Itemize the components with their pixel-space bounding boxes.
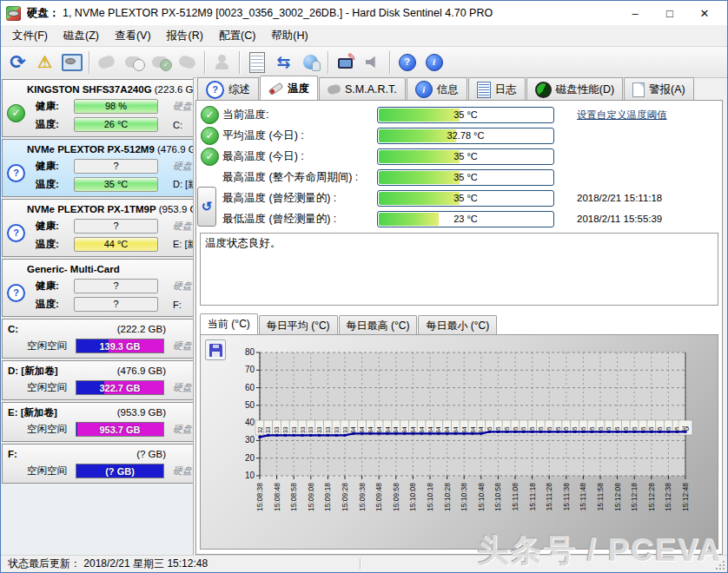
sidebar-partition-1[interactable]: D: [新加卷](476.9 GB)空闲空间322.7 GB硬盘 <box>2 360 194 400</box>
row-label: 最高温度 (今日) : <box>222 149 377 164</box>
log-icon <box>477 82 491 98</box>
toolbar-button-speaker[interactable] <box>359 49 386 75</box>
refresh-icon: ⟳ <box>10 53 25 72</box>
sidebar-partition-2[interactable]: E: [新加卷](953.9 GB)空闲空间953.7 GB硬盘 <box>2 402 194 442</box>
app-window: 硬盘： 1, NVMe PLEXTOR PX-512M9 [0023_0356_… <box>0 0 728 573</box>
save-chart-button[interactable] <box>205 339 226 360</box>
menu-item-1[interactable]: 磁盘(Z) <box>56 26 107 46</box>
toolbar-button-surface-warning[interactable]: ⚠ <box>31 49 58 75</box>
chart-tab-1[interactable]: 每日平均 (°C) <box>259 315 338 334</box>
toolbar-separator <box>328 51 328 74</box>
toolbar-button-info-balloon[interactable]: i <box>420 49 447 75</box>
reset-history-button[interactable]: ↺ <box>197 187 216 227</box>
svg-text:34: 34 <box>410 426 416 433</box>
tab-日志[interactable]: 日志 <box>468 77 526 100</box>
alert-page-icon <box>632 82 645 97</box>
computer-pen-icon: ✎ <box>338 58 353 69</box>
menu-item-4[interactable]: 配置(C) <box>211 26 263 46</box>
sidebar-disk-3[interactable]: ?Generic- Multi-Card 健康:?硬盘温度:?F: <box>2 259 194 317</box>
row-temp-bar: 32.78 °C <box>377 128 554 144</box>
resize-grip[interactable] <box>715 560 725 570</box>
svg-text:15:09:38: 15:09:38 <box>358 483 367 511</box>
svg-text:33: 33 <box>291 426 297 433</box>
svg-text:15:10:48: 15:10:48 <box>477 483 486 511</box>
svg-text:15:09:28: 15:09:28 <box>341 483 349 511</box>
temperature-status-box: 温度状态良好。 <box>200 233 718 306</box>
toolbar-button-disk-window[interactable] <box>58 49 85 75</box>
temperature-row-0: ✓当前温度:35 °C设置自定义温度阈值 <box>199 104 719 125</box>
toolbar-button-computer-pen[interactable]: ✎ <box>332 49 359 75</box>
menu-item-5[interactable]: 帮助(H) <box>263 26 315 46</box>
row-label: 最高温度 (整个寿命周期间) : <box>222 170 377 185</box>
tab-温度[interactable]: 温度 <box>260 76 318 100</box>
tab-S.M.A.R.T.[interactable]: S.M.A.R.T. <box>319 77 406 100</box>
sidebar-partition-3[interactable]: F:(? GB)空闲空间(? GB)硬盘 <box>2 444 194 484</box>
tab-磁盘性能(D)[interactable]: 磁盘性能(D) <box>526 77 623 100</box>
disk-status-icon: ? <box>7 284 25 302</box>
tab-综述[interactable]: ?综述 <box>197 77 259 100</box>
toolbar-separator <box>204 51 205 74</box>
svg-text:15:12:48: 15:12:48 <box>681 483 690 511</box>
temp-bar: ? <box>74 297 158 312</box>
disk-title: NVMe PLEXTOR PX-512M9 (476.9 GB) <box>3 142 194 157</box>
free-space-value: (? GB) <box>76 464 163 478</box>
svg-text:33: 33 <box>316 426 322 433</box>
health-label: 健康: <box>36 280 74 293</box>
svg-text:15:08:58: 15:08:58 <box>289 483 298 511</box>
row-right: 2018/2/21 15:11:18 <box>577 193 662 203</box>
toolbar-button-help[interactable]: ? <box>394 49 420 75</box>
disk-title: Generic- Multi-Card <box>3 261 194 277</box>
smart-icon <box>327 84 341 96</box>
partition-size: (476.9 GB) <box>117 363 166 379</box>
svg-text:20: 20 <box>245 453 255 463</box>
tab-label: 日志 <box>495 82 517 97</box>
window-controls: – □ ✕ <box>618 2 722 24</box>
chart-tab-3[interactable]: 每日最小 (°C) <box>418 315 497 334</box>
partition-name: C: <box>8 321 18 337</box>
svg-text:34: 34 <box>470 426 476 433</box>
partition-name: D: [新加卷] <box>8 363 58 379</box>
partition-title: D: [新加卷](476.9 GB) <box>3 363 169 379</box>
menu-item-2[interactable]: 查看(V) <box>107 26 159 46</box>
tab-信息[interactable]: i信息 <box>407 77 467 100</box>
disk-column-label: 硬盘 <box>173 160 192 173</box>
svg-text:33: 33 <box>334 426 340 433</box>
menu-item-3[interactable]: 报告(R) <box>159 26 211 46</box>
toolbar-button-user <box>208 49 235 75</box>
toolbar-button-globe-user[interactable] <box>297 49 324 75</box>
row-label: 当前温度: <box>222 108 377 122</box>
close-button[interactable]: ✕ <box>687 2 722 24</box>
free-space-label: 空闲空间 <box>27 423 76 436</box>
partition-title: C:(222.2 GB) <box>3 321 169 337</box>
svg-text:34: 34 <box>419 426 425 433</box>
tab-警报(A)[interactable]: 警报(A) <box>624 77 694 100</box>
temperature-chart: 102030405060708015:08:3815:08:4815:08:58… <box>227 337 718 552</box>
free-space-bar: 139.3 GB <box>76 339 164 353</box>
toolbar-button-refresh[interactable]: ⟳ <box>4 49 31 75</box>
menu-item-0[interactable]: 文件(F) <box>4 26 56 46</box>
chart-tab-0[interactable]: 当前 (°C) <box>200 313 258 334</box>
maximize-button[interactable]: □ <box>652 2 687 24</box>
chart-tab-2[interactable]: 每日最高 (°C) <box>339 315 418 334</box>
toolbar-button-tool-spray-right <box>174 49 201 75</box>
svg-text:34: 34 <box>401 426 407 433</box>
disk-name: NVMe PLEXTOR PX-512M9 <box>27 144 157 155</box>
toolbar-button-report[interactable] <box>243 49 270 75</box>
check-icon: ✓ <box>201 148 219 166</box>
sidebar-disk-1[interactable]: ?NVMe PLEXTOR PX-512M9 (476.9 GB)健康:?硬盘温… <box>2 139 194 197</box>
health-bar: ? <box>74 159 158 174</box>
minimize-button[interactable]: – <box>618 2 652 24</box>
toolbar-button-sync[interactable]: ⇆ <box>270 49 297 75</box>
health-bar: ? <box>74 219 158 234</box>
pen-icon: ✎ <box>347 51 356 63</box>
disk-check-icon: ✓ <box>152 56 169 68</box>
sidebar-disk-0[interactable]: ✓KINGSTON SHFS37A240G (223.6 GB)健康:98 %硬… <box>2 79 194 137</box>
disk-drive-label: C: <box>173 120 182 130</box>
custom-threshold-link[interactable]: 设置自定义温度阈值 <box>577 109 667 120</box>
svg-text:33: 33 <box>342 426 348 433</box>
svg-text:60: 60 <box>245 383 255 392</box>
sidebar-disk-2[interactable]: ?NVMe PLEXTOR PX-1TM9P (953.9 GB)健康:?硬盘温… <box>2 199 194 257</box>
health-bar: 98 % <box>74 99 158 114</box>
disk-window-icon <box>62 54 83 71</box>
sidebar-partition-0[interactable]: C:(222.2 GB)空闲空间139.3 GB硬盘 <box>2 319 194 359</box>
